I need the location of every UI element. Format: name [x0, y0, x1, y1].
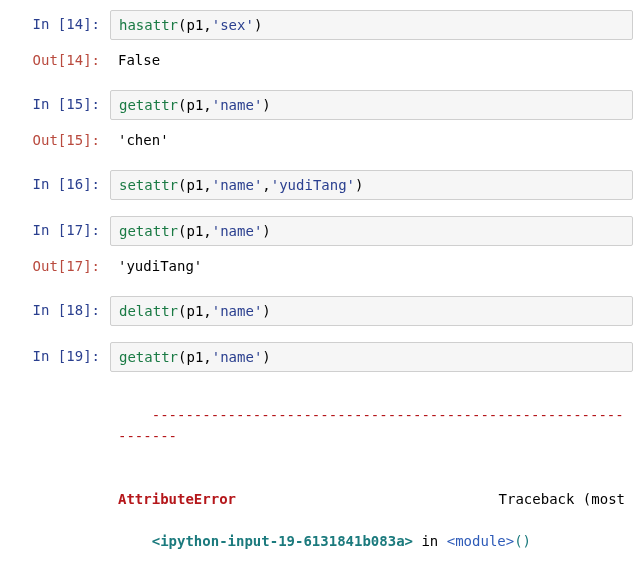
error-area: ----------------------------------------… — [110, 378, 633, 573]
code-comma: , — [203, 17, 211, 33]
input-cell-16: In [16]: setattr(p1,'name','yudiTang') — [0, 170, 633, 200]
code-paren: ) — [355, 177, 363, 193]
code-string: 'name' — [212, 223, 263, 239]
code-arg: p1 — [186, 223, 203, 239]
code-area-18[interactable]: delattr(p1,'name') — [110, 296, 633, 326]
input-cell-15: In [15]: getattr(p1,'name') — [0, 90, 633, 120]
in-prompt-19: In [19]: — [0, 342, 110, 370]
code-arg: p1 — [186, 97, 203, 113]
code-string: 'name' — [212, 177, 263, 193]
code-comma: , — [203, 97, 211, 113]
error-separator: ----------------------------------------… — [118, 407, 624, 444]
code-comma: , — [262, 177, 270, 193]
code-func: getattr — [119, 97, 178, 113]
error-module: <module> — [447, 533, 514, 549]
code-comma: , — [203, 177, 211, 193]
error-location: <ipython-input-19-6131841b083a> — [152, 533, 413, 549]
empty-prompt — [0, 378, 110, 390]
input-cell-17: In [17]: getattr(p1,'name') — [0, 216, 633, 246]
code-arg: p1 — [186, 303, 203, 319]
code-comma: , — [203, 349, 211, 365]
code-paren: ) — [254, 17, 262, 33]
code-func: getattr — [119, 223, 178, 239]
code-comma: , — [203, 303, 211, 319]
out-prompt-14: Out[14]: — [0, 46, 110, 74]
code-comma: , — [203, 223, 211, 239]
code-paren: ) — [262, 349, 270, 365]
output-cell-14: Out[14]: False — [0, 46, 633, 74]
code-paren: ) — [262, 303, 270, 319]
code-area-16[interactable]: setattr(p1,'name','yudiTang') — [110, 170, 633, 200]
code-string: 'name' — [212, 303, 263, 319]
output-cell-15: Out[15]: 'chen' — [0, 126, 633, 154]
error-in-text: in — [413, 533, 447, 549]
out-prompt-17: Out[17]: — [0, 252, 110, 280]
code-func: setattr — [119, 177, 178, 193]
code-string: 'name' — [212, 349, 263, 365]
code-string: 'name' — [212, 97, 263, 113]
in-prompt-16: In [16]: — [0, 170, 110, 198]
traceback-label: Traceback (most — [499, 489, 625, 510]
input-cell-19: In [19]: getattr(p1,'name') — [0, 342, 633, 372]
out-prompt-15: Out[15]: — [0, 126, 110, 154]
code-string: 'yudiTang' — [271, 177, 355, 193]
code-func: getattr — [119, 349, 178, 365]
in-prompt-15: In [15]: — [0, 90, 110, 118]
input-cell-18: In [18]: delattr(p1,'name') — [0, 296, 633, 326]
output-area-17: 'yudiTang' — [110, 252, 633, 280]
code-func: delattr — [119, 303, 178, 319]
code-area-19[interactable]: getattr(p1,'name') — [110, 342, 633, 372]
output-cell-17: Out[17]: 'yudiTang' — [0, 252, 633, 280]
in-prompt-17: In [17]: — [0, 216, 110, 244]
error-name: AttributeError — [118, 489, 236, 510]
input-cell-14: In [14]: hasattr(p1,'sex') — [0, 10, 633, 40]
code-paren: ) — [262, 97, 270, 113]
code-area-15[interactable]: getattr(p1,'name') — [110, 90, 633, 120]
in-prompt-14: In [14]: — [0, 10, 110, 38]
error-output-19: ----------------------------------------… — [0, 378, 633, 573]
code-string: 'sex' — [212, 17, 254, 33]
code-arg: p1 — [186, 349, 203, 365]
code-area-14[interactable]: hasattr(p1,'sex') — [110, 10, 633, 40]
code-arg: p1 — [186, 17, 203, 33]
in-prompt-18: In [18]: — [0, 296, 110, 324]
error-parens: () — [514, 533, 531, 549]
code-area-17[interactable]: getattr(p1,'name') — [110, 216, 633, 246]
output-area-15: 'chen' — [110, 126, 633, 154]
code-arg: p1 — [186, 177, 203, 193]
code-func: hasattr — [119, 17, 178, 33]
code-paren: ) — [262, 223, 270, 239]
output-area-14: False — [110, 46, 633, 74]
